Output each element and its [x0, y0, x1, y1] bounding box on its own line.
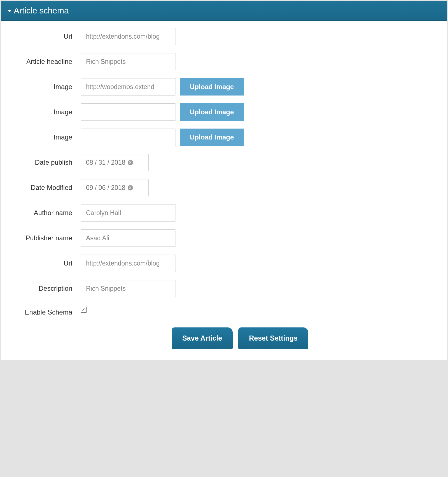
url-label: Url — [15, 32, 81, 40]
image2-upload-button[interactable]: Upload Image — [180, 103, 244, 121]
publisher-name-label: Publisher name — [15, 234, 81, 242]
enable-schema-label: Enable Schema — [15, 305, 81, 316]
image1-input[interactable] — [81, 78, 176, 96]
date-modified-label: Date Modified — [15, 184, 81, 192]
url2-label: Url — [15, 259, 81, 267]
date-publish-label: Date publish — [15, 159, 81, 166]
image3-label: Image — [15, 133, 81, 141]
headline-input[interactable] — [81, 53, 176, 70]
image3-upload-button[interactable]: Upload Image — [180, 129, 244, 146]
date-modified-clear-icon[interactable]: ✕ — [128, 185, 133, 190]
url-input[interactable] — [81, 28, 176, 45]
description-label: Description — [15, 285, 81, 292]
panel-title: Article schema — [14, 6, 69, 15]
date-publish-value: 08 / 31 / 2018 — [86, 159, 125, 166]
headline-label: Article headline — [15, 58, 81, 66]
publisher-name-input[interactable] — [81, 229, 176, 247]
image1-label: Image — [15, 83, 81, 91]
description-input[interactable] — [81, 280, 176, 297]
date-modified-value: 09 / 06 / 2018 — [86, 184, 125, 192]
reset-settings-button[interactable]: Reset Settings — [238, 327, 308, 349]
chevron-down-icon — [8, 10, 11, 12]
panel-body: Url Article headline Image Upload Image … — [9, 21, 439, 360]
author-name-input[interactable] — [81, 204, 176, 222]
author-name-label: Author name — [15, 209, 81, 217]
date-publish-clear-icon[interactable]: ✕ — [128, 160, 133, 165]
image2-label: Image — [15, 108, 81, 116]
url2-input[interactable] — [81, 255, 176, 272]
image1-upload-button[interactable]: Upload Image — [180, 78, 244, 96]
date-publish-input[interactable]: 08 / 31 / 2018 ✕ — [81, 154, 149, 171]
article-schema-panel: Article schema Url Article headline Imag… — [1, 1, 447, 360]
date-modified-input[interactable]: 09 / 06 / 2018 ✕ — [81, 179, 149, 196]
save-article-button[interactable]: Save Article — [172, 327, 233, 349]
image2-input[interactable] — [81, 103, 176, 121]
enable-schema-checkbox[interactable]: ✓ — [81, 307, 87, 313]
image3-input[interactable] — [81, 129, 176, 146]
panel-header-toggle[interactable]: Article schema — [1, 1, 447, 21]
check-icon: ✓ — [82, 308, 85, 312]
